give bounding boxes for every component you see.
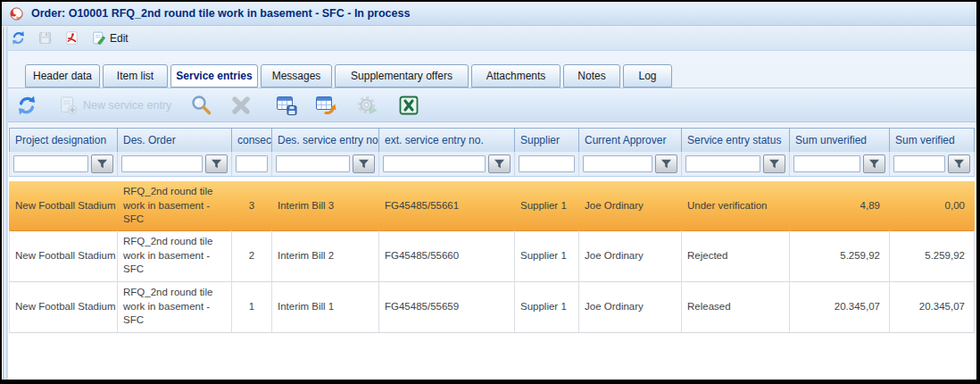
cell-current-approver: Joe Ordinary xyxy=(579,282,682,333)
table-row[interactable]: New Football Stadium f RFQ_2nd round til… xyxy=(9,282,975,333)
filter-button-service-entry-status[interactable] xyxy=(763,154,785,173)
service-entries-table: Project designation Des. Order consecut … xyxy=(9,128,975,333)
filter-button-sum-unverified[interactable] xyxy=(863,154,885,173)
filter-input-service-entry-status[interactable] xyxy=(685,155,760,172)
run-process-button[interactable] xyxy=(357,95,378,116)
refresh-button[interactable] xyxy=(11,30,26,46)
cell-status: Under verification xyxy=(682,177,790,231)
cell-sum-unverified: 4,89 xyxy=(790,177,890,231)
pdf-icon xyxy=(64,30,79,46)
column-header-des-order[interactable]: Des. Order xyxy=(118,128,232,152)
column-header-sum-verified[interactable]: Sum verified xyxy=(890,128,975,152)
delete-button[interactable] xyxy=(230,95,252,116)
column-header-sum-unverified[interactable]: Sum unverified xyxy=(790,128,890,152)
tab-item-list[interactable]: Item list xyxy=(103,64,168,88)
filter-funnel-icon xyxy=(357,158,370,170)
filter-input-ext-service-entry-no[interactable] xyxy=(383,155,486,172)
filter-button-sum-verified[interactable] xyxy=(948,154,970,173)
tab-service-entries[interactable]: Service entries xyxy=(170,64,258,88)
filter-funnel-icon xyxy=(493,158,506,170)
table-row[interactable]: New Football Stadium f RFQ_2nd round til… xyxy=(9,177,975,231)
table-save-icon xyxy=(275,94,298,117)
new-service-entry-button[interactable]: New service entry xyxy=(57,95,171,116)
filter-input-sum-verified[interactable] xyxy=(893,155,945,172)
app-logo-sphere-icon xyxy=(9,6,24,21)
grid-refresh-button[interactable] xyxy=(16,95,37,116)
cell-supplier: Supplier 1 xyxy=(515,231,579,282)
filter-input-current-approver[interactable] xyxy=(583,155,652,172)
cell-des-service-entry-no: Interim Bill 1 xyxy=(272,282,379,333)
save-button[interactable] xyxy=(37,30,53,46)
column-header-current-approver[interactable]: Current Approver xyxy=(579,128,682,152)
tab-attachments[interactable]: Attachments xyxy=(471,64,561,88)
column-header-ext-service-entry-no[interactable]: ext. service entry no. xyxy=(379,128,515,152)
column-header-consecutive[interactable]: consecut xyxy=(232,128,272,152)
column-header-service-entry-status[interactable]: Service entry status xyxy=(682,128,790,152)
filter-input-sum-unverified[interactable] xyxy=(793,155,860,172)
cell-ext-service-entry-no: FG45485/55661 xyxy=(379,177,515,231)
filter-button-project-designation[interactable] xyxy=(91,154,113,173)
filter-input-des-service-entry-no[interactable] xyxy=(276,155,350,172)
export-layout-button[interactable] xyxy=(314,94,337,117)
filter-button-des-order[interactable] xyxy=(205,154,228,173)
filter-button-current-approver[interactable] xyxy=(655,154,677,173)
table-export-icon xyxy=(314,94,337,117)
filter-funnel-icon xyxy=(868,158,881,170)
cell-sum-unverified: 5.259,92 xyxy=(790,231,890,282)
tab-supplementary-offers[interactable]: Supplementary offers xyxy=(335,64,469,88)
window-frame-left xyxy=(2,27,8,380)
filter-row xyxy=(9,152,975,177)
filter-funnel-icon xyxy=(768,158,781,170)
spacer xyxy=(2,51,976,62)
table-row[interactable]: New Football Stadium f RFQ_2nd round til… xyxy=(9,231,975,282)
tab-log[interactable]: Log xyxy=(623,64,672,88)
cell-current-approver: Joe Ordinary xyxy=(579,177,682,231)
column-header-supplier[interactable]: Supplier xyxy=(515,128,579,152)
service-entries-toolbar: New service entry xyxy=(2,88,976,122)
tab-messages[interactable]: Messages xyxy=(261,64,332,88)
tab-notes[interactable]: Notes xyxy=(563,64,620,88)
cell-des-order: RFQ_2nd round tile work in basement - SF… xyxy=(118,282,232,333)
search-button[interactable] xyxy=(189,94,212,117)
filter-input-project-designation[interactable] xyxy=(13,155,88,172)
tab-header-data[interactable]: Header data xyxy=(25,64,100,88)
title-bar: Order: O10001 RFQ_2nd round tile work in… xyxy=(2,2,976,26)
cell-project-designation: New Football Stadium f xyxy=(9,282,118,333)
filter-button-ext-service-entry-no[interactable] xyxy=(488,154,511,173)
refresh-icon xyxy=(16,95,37,116)
filter-input-des-order[interactable] xyxy=(121,155,203,172)
cell-sum-unverified: 20.345,07 xyxy=(790,282,890,333)
tab-strip: Header data Item list Service entries Me… xyxy=(2,62,976,88)
column-header-project-designation[interactable]: Project designation xyxy=(9,128,118,152)
filter-funnel-icon xyxy=(210,158,223,170)
column-header-des-service-entry-no[interactable]: Des. service entry no. xyxy=(272,128,379,152)
cell-consecutive: 3 xyxy=(232,177,272,231)
cell-ext-service-entry-no: FG45485/55659 xyxy=(379,282,515,333)
filter-funnel-icon xyxy=(660,158,673,170)
cell-project-designation: New Football Stadium f xyxy=(9,231,118,282)
cell-supplier: Supplier 1 xyxy=(515,177,579,231)
delete-x-icon xyxy=(230,95,252,116)
filter-funnel-icon xyxy=(96,158,109,170)
cell-current-approver: Joe Ordinary xyxy=(579,231,682,282)
edit-button[interactable]: Edit xyxy=(91,30,129,46)
save-layout-button[interactable] xyxy=(275,94,298,117)
tab-service-entries-label: Service entries xyxy=(176,70,252,82)
filter-input-consecutive[interactable] xyxy=(236,155,268,172)
order-window: Order: O10001 RFQ_2nd round tile work in… xyxy=(0,0,980,384)
cell-sum-verified: 5.259,92 xyxy=(890,231,975,282)
excel-export-button[interactable] xyxy=(398,95,419,116)
cell-consecutive: 1 xyxy=(232,282,272,333)
filter-input-supplier[interactable] xyxy=(519,155,575,172)
excel-icon xyxy=(398,95,419,116)
filter-button-des-service-entry-no[interactable] xyxy=(353,154,375,173)
cell-consecutive: 2 xyxy=(232,231,272,282)
cell-sum-verified: 20.345,07 xyxy=(890,282,975,333)
pdf-button[interactable] xyxy=(64,30,79,46)
cell-status: Released xyxy=(682,282,790,333)
edit-button-label: Edit xyxy=(110,32,129,45)
filter-funnel-icon xyxy=(952,158,966,170)
edit-icon xyxy=(91,30,106,46)
new-service-entry-icon xyxy=(57,95,79,116)
window-title: Order: O10001 RFQ_2nd round tile work in… xyxy=(31,7,410,20)
